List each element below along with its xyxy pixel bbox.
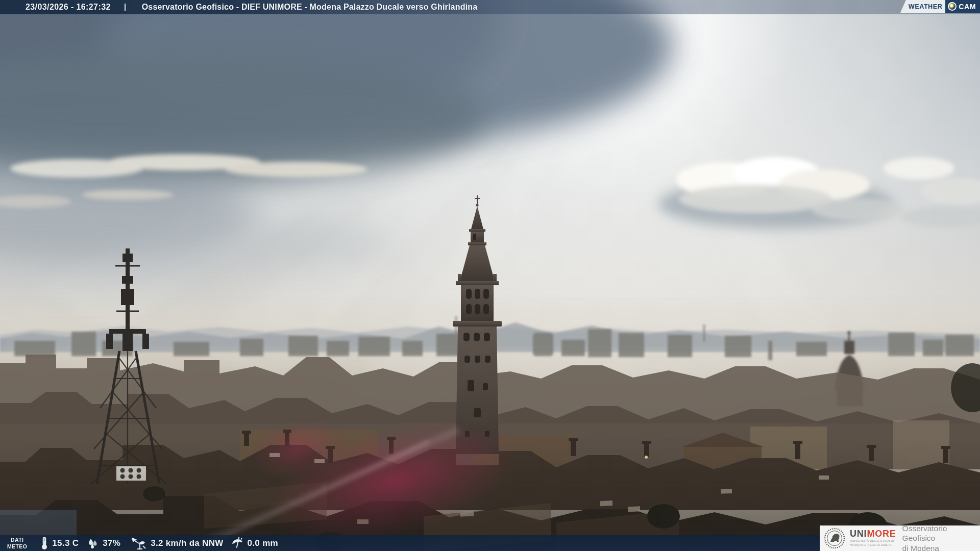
weathercam-logo-left: WEATHER [900, 0, 945, 13]
unimore-more-label: MORE [867, 529, 896, 539]
weathercam-cam-label: CAM [959, 3, 976, 11]
webcam-photo [0, 0, 980, 551]
weathercam-logo[interactable]: WEATHER CAM [900, 0, 980, 13]
top-info-bar: 23/03/2026 - 16:27:32 | Osservatorio Geo… [0, 0, 980, 14]
datetime-label: 23/03/2026 - 16:27:32 [26, 3, 111, 12]
observatory-name: Osservatorio Geofisico di Modena [902, 523, 980, 551]
dati-meteo-label: DATI METEO [7, 537, 27, 549]
temperature-value: 15.3 C [52, 538, 79, 548]
weather-data-bar: DATI METEO 15.3 C 37% 3 [0, 535, 820, 551]
unimore-subtitle: UNIVERSITÀ DEGLI STUDI DI MODENA E REGGI… [850, 539, 896, 547]
unimore-branding-card[interactable]: UNIMORE UNIVERSITÀ DEGLI STUDI DI MODENA… [820, 525, 980, 551]
webcam-page: { "top_bar": { "datetime": "23/03/2026 -… [0, 0, 980, 551]
thermometer-icon [40, 537, 48, 550]
wind-reading: 3.2 km/h da NNW [132, 537, 223, 550]
weathercam-weather-label: WEATHER [909, 3, 942, 10]
temperature-reading: 15.3 C [40, 537, 79, 550]
rain-reading: 0.0 mm [231, 537, 278, 549]
humidity-value: 37% [103, 538, 120, 548]
rain-value: 0.0 mm [248, 538, 278, 548]
unimore-uni-label: UNI [850, 529, 867, 539]
umbrella-icon [231, 537, 244, 549]
humidity-drops-icon [87, 537, 99, 549]
wind-value: 3.2 km/h da NNW [151, 538, 223, 548]
separator: | [124, 3, 127, 12]
weathervane-icon [132, 537, 147, 550]
unimore-logo-text: UNIMORE UNIVERSITÀ DEGLI STUDI DI MODENA… [850, 529, 896, 547]
camera-lens-icon [948, 2, 957, 11]
weathercam-logo-right: CAM [945, 0, 980, 13]
humidity-reading: 37% [87, 537, 120, 549]
camera-title: Osservatorio Geofisico - DIEF UNIMORE - … [142, 3, 478, 12]
unimore-seal-icon [824, 527, 845, 549]
